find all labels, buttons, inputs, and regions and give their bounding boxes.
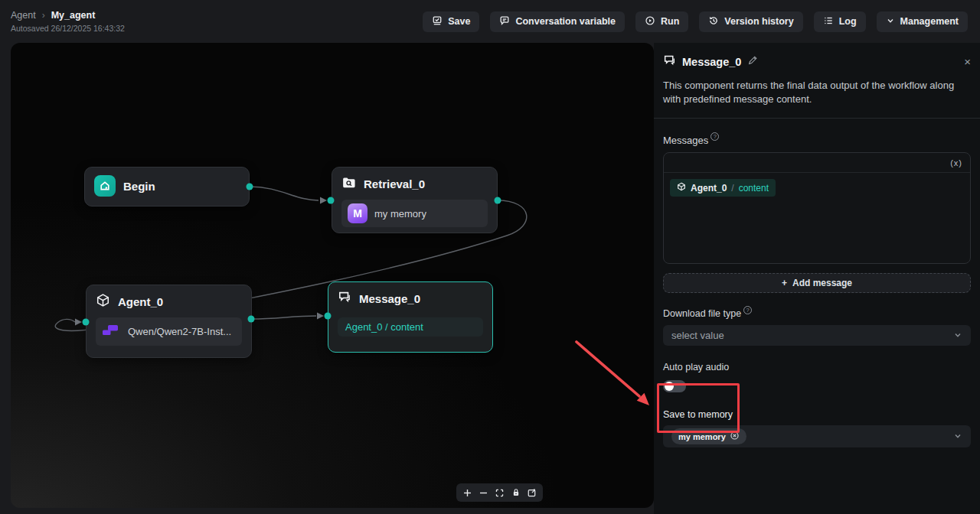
- panel-title: Message_0: [682, 56, 741, 68]
- home-icon: [94, 175, 116, 197]
- memory-avatar: M: [348, 203, 368, 223]
- message-input-ref[interactable]: Agent_0 / content: [338, 317, 483, 337]
- connector-dot-retrieval-out[interactable]: [495, 197, 501, 204]
- conversation-variable-label: Conversation variable: [515, 16, 616, 27]
- play-circle-icon: [645, 15, 655, 28]
- download-select-value: select value: [671, 330, 724, 341]
- download-file-type-label: Download file type: [663, 308, 741, 319]
- version-history-button[interactable]: Version history: [699, 11, 802, 32]
- list-icon: [823, 15, 834, 28]
- add-note-icon[interactable]: [524, 483, 540, 502]
- workflow-edges: [11, 43, 654, 508]
- add-message-label: Add message: [792, 278, 852, 288]
- retrieval-memory-name: my memory: [374, 208, 426, 220]
- close-icon[interactable]: ×: [964, 56, 971, 67]
- variable-chip[interactable]: Agent_0 / content: [670, 179, 776, 197]
- folder-search-icon: [341, 175, 356, 193]
- breadcrumb-root[interactable]: Agent: [11, 10, 36, 21]
- toggle-knob: [665, 382, 674, 391]
- edit-pencil-icon[interactable]: [747, 55, 758, 69]
- node-retrieval[interactable]: Retrieval_0 M my memory: [332, 167, 498, 233]
- history-clock-icon: [708, 15, 719, 28]
- message-icon: [338, 290, 351, 307]
- connector-dot-agent-out[interactable]: [248, 316, 255, 323]
- version-history-label: Version history: [724, 16, 793, 27]
- chat-bubble-icon: [499, 15, 510, 28]
- remove-tag-icon[interactable]: [730, 431, 740, 442]
- node-message[interactable]: Message_0 Agent_0 / content: [328, 281, 493, 353]
- canvas-toolbar: [456, 483, 543, 502]
- chevron-down-icon: [953, 430, 962, 444]
- connector-dot-agent-in[interactable]: [83, 319, 90, 326]
- properties-panel: Message_0 × This component returns the f…: [654, 43, 980, 514]
- auto-play-audio-toggle[interactable]: [663, 380, 686, 392]
- chevron-down-icon: [953, 329, 962, 343]
- save-button[interactable]: Save: [423, 11, 479, 32]
- breadcrumb-current: My_agent: [51, 10, 96, 21]
- memory-tag-label: my memory: [678, 432, 726, 441]
- lock-icon[interactable]: [508, 483, 524, 502]
- connector-dot-retrieval-in[interactable]: [328, 197, 335, 204]
- save-icon: [432, 15, 443, 28]
- management-label: Management: [900, 16, 959, 27]
- breadcrumb-separator-icon: ›: [42, 10, 45, 21]
- node-agent-title: Agent_0: [118, 295, 163, 308]
- panel-description: This component returns the final data ou…: [663, 79, 971, 106]
- save-to-memory-label: Save to memory: [663, 409, 971, 420]
- run-button[interactable]: Run: [635, 11, 688, 32]
- zoom-in-icon[interactable]: [459, 483, 475, 502]
- management-button[interactable]: Management: [877, 11, 968, 32]
- plus-icon: +: [782, 278, 787, 288]
- top-bar: Agent › My_agent Autosaved 26/12/2025 16…: [0, 0, 980, 43]
- connector-dot-begin-out[interactable]: [247, 184, 253, 190]
- log-button[interactable]: Log: [814, 11, 866, 32]
- zoom-out-icon[interactable]: [475, 483, 492, 502]
- node-begin[interactable]: Begin: [84, 167, 250, 207]
- connector-dot-message-in[interactable]: [325, 313, 332, 320]
- help-icon: ?: [710, 132, 719, 141]
- run-label: Run: [661, 16, 679, 27]
- auto-play-audio-label: Auto play audio: [663, 362, 729, 372]
- add-message-button[interactable]: + Add message: [663, 273, 971, 293]
- autosaved-status: Autosaved 26/12/2025 16:43:32: [11, 24, 125, 33]
- divider: [654, 118, 980, 119]
- chip-node-name: Agent_0: [691, 183, 727, 194]
- model-provider-icon: [102, 324, 121, 340]
- agent-model-item[interactable]: Qwen/Qwen2-7B-Inst...: [96, 317, 242, 346]
- node-begin-title: Begin: [123, 180, 155, 193]
- variable-icon[interactable]: (x): [950, 158, 962, 168]
- save-to-memory-select[interactable]: my memory: [663, 425, 971, 447]
- node-message-title: Message_0: [359, 292, 420, 305]
- fit-view-icon[interactable]: [492, 483, 508, 502]
- node-retrieval-title: Retrieval_0: [364, 177, 425, 190]
- cube-icon: [96, 293, 110, 311]
- workflow-canvas[interactable]: Begin Retrieval_0 M my memory Agent_: [11, 43, 654, 508]
- cube-icon: [677, 182, 686, 194]
- memory-tag: my memory: [671, 428, 746, 444]
- messages-box: (x) Agent_0 / content: [663, 152, 971, 264]
- message-icon: [663, 54, 676, 70]
- help-icon: ?: [743, 306, 752, 314]
- messages-label: Messages: [663, 135, 708, 146]
- chip-field-name: content: [739, 183, 769, 194]
- breadcrumb: Agent › My_agent: [11, 10, 125, 21]
- retrieval-memory-item[interactable]: M my memory: [341, 200, 488, 227]
- download-file-type-select[interactable]: select value: [663, 325, 971, 346]
- node-agent[interactable]: Agent_0 Qwen/Qwen2-7B-Inst...: [86, 285, 252, 358]
- log-label: Log: [839, 16, 857, 27]
- save-label: Save: [448, 16, 470, 27]
- conversation-variable-button[interactable]: Conversation variable: [490, 11, 625, 32]
- agent-model-name: Qwen/Qwen2-7B-Inst...: [128, 326, 231, 337]
- chevron-down-icon: [886, 16, 895, 28]
- chip-separator: /: [731, 183, 733, 194]
